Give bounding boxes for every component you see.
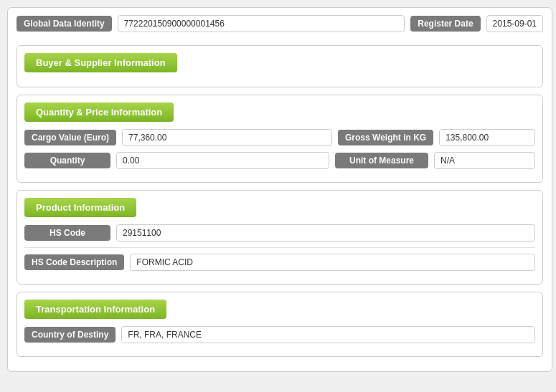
quantity-price-body: Cargo Value (Euro) 77,360.00 Gross Weigh… bbox=[17, 129, 542, 169]
register-date-group: Register Date 2015-09-01 bbox=[410, 15, 543, 32]
product-divider bbox=[24, 247, 535, 248]
product-information-header: Product Information bbox=[24, 198, 136, 217]
unit-of-measure-group: Unit of Measure N/A bbox=[335, 152, 535, 169]
global-data-identity-label: Global Data Identity bbox=[17, 16, 112, 32]
global-data-identity-value: 772220150900000001456 bbox=[118, 15, 405, 32]
field-row-cargo: Cargo Value (Euro) 77,360.00 Gross Weigh… bbox=[24, 129, 535, 146]
main-container: Global Data Identity 7722201509000000014… bbox=[7, 7, 552, 372]
quantity-price-header: Quantity & Price Information bbox=[24, 102, 174, 122]
transportation-body: Country of Destiny FR, FRA, FRANCE bbox=[17, 326, 542, 343]
field-row-hs-description: HS Code Description FORMIC ACID bbox=[24, 254, 535, 271]
cargo-value-label: Cargo Value (Euro) bbox=[24, 130, 116, 145]
gross-weight-label: Gross Weight in KG bbox=[338, 130, 433, 145]
product-information-section: Product Information HS Code 29151100 HS … bbox=[17, 190, 543, 285]
cargo-value-value: 77,360.00 bbox=[122, 129, 332, 146]
unit-of-measure-value: N/A bbox=[434, 152, 535, 169]
hs-code-description-label: HS Code Description bbox=[24, 254, 124, 270]
register-date-label: Register Date bbox=[410, 16, 480, 32]
quantity-value: 0.00 bbox=[116, 152, 329, 169]
buyer-supplier-section: Buyer & Supplier Information bbox=[17, 45, 543, 87]
unit-of-measure-label: Unit of Measure bbox=[335, 153, 428, 168]
gross-weight-value: 135,800.00 bbox=[439, 129, 535, 146]
product-information-body: HS Code 29151100 HS Code Description FOR… bbox=[17, 224, 542, 271]
hs-code-label: HS Code bbox=[24, 225, 110, 241]
field-row-quantity: Quantity 0.00 Unit of Measure N/A bbox=[24, 152, 535, 169]
hs-code-value: 29151100 bbox=[116, 224, 535, 242]
transportation-header: Transportation Information bbox=[24, 300, 166, 319]
buyer-supplier-header: Buyer & Supplier Information bbox=[24, 53, 177, 72]
quantity-price-section: Quantity & Price Information Cargo Value… bbox=[17, 95, 543, 183]
transportation-section: Transportation Information Country of De… bbox=[17, 292, 543, 357]
register-date-value: 2015-09-01 bbox=[486, 15, 543, 32]
field-row-country-destiny: Country of Destiny FR, FRA, FRANCE bbox=[24, 326, 535, 343]
header-row: Global Data Identity 7722201509000000014… bbox=[17, 15, 543, 38]
gross-weight-group: Gross Weight in KG 135,800.00 bbox=[338, 129, 535, 146]
field-row-hs-code: HS Code 29151100 bbox=[24, 224, 535, 242]
hs-code-description-value: FORMIC ACID bbox=[130, 254, 535, 271]
country-destiny-label: Country of Destiny bbox=[24, 327, 116, 343]
quantity-label: Quantity bbox=[24, 153, 110, 168]
country-destiny-value: FR, FRA, FRANCE bbox=[121, 326, 535, 343]
